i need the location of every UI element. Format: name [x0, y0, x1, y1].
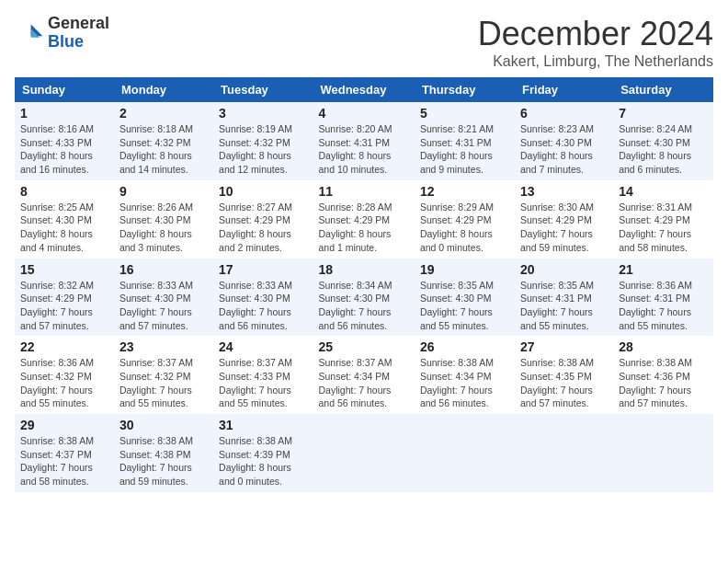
- day-info: Sunrise: 8:35 AMSunset: 4:31 PMDaylight:…: [520, 280, 594, 331]
- day-cell: [613, 414, 713, 492]
- day-cell: 22 Sunrise: 8:36 AMSunset: 4:32 PMDaylig…: [15, 336, 114, 414]
- day-cell: 7 Sunrise: 8:24 AMSunset: 4:30 PMDayligh…: [613, 102, 713, 180]
- day-cell: 30 Sunrise: 8:38 AMSunset: 4:38 PMDaylig…: [114, 414, 213, 492]
- day-number: 20: [520, 262, 608, 277]
- day-number: 12: [420, 184, 509, 199]
- logo-text: General Blue: [48, 15, 109, 52]
- day-number: 3: [219, 106, 307, 121]
- day-cell: 11 Sunrise: 8:28 AMSunset: 4:29 PMDaylig…: [313, 180, 414, 259]
- day-info: Sunrise: 8:35 AMSunset: 4:30 PMDaylight:…: [420, 280, 494, 331]
- day-info: Sunrise: 8:38 AMSunset: 4:37 PMDaylight:…: [20, 435, 94, 487]
- calendar-table: SundayMondayTuesdayWednesdayThursdayFrid…: [15, 77, 713, 492]
- day-cell: [415, 414, 515, 492]
- day-cell: 6 Sunrise: 8:23 AMSunset: 4:30 PMDayligh…: [515, 102, 613, 180]
- day-info: Sunrise: 8:31 AMSunset: 4:29 PMDaylight:…: [619, 201, 692, 253]
- day-info: Sunrise: 8:30 AMSunset: 4:29 PMDaylight:…: [520, 201, 594, 253]
- day-number: 17: [219, 262, 307, 277]
- day-number: 14: [619, 184, 708, 199]
- day-info: Sunrise: 8:36 AMSunset: 4:31 PMDaylight:…: [619, 280, 692, 331]
- day-number: 4: [318, 106, 408, 121]
- day-number: 8: [20, 184, 108, 199]
- day-number: 27: [520, 339, 608, 354]
- day-number: 6: [520, 106, 608, 121]
- header-thursday: Thursday: [415, 77, 515, 102]
- day-info: Sunrise: 8:32 AMSunset: 4:29 PMDaylight:…: [20, 280, 94, 331]
- week-row-3: 15 Sunrise: 8:32 AMSunset: 4:29 PMDaylig…: [15, 259, 713, 337]
- day-cell: 18 Sunrise: 8:34 AMSunset: 4:30 PMDaylig…: [313, 259, 414, 337]
- day-cell: 10 Sunrise: 8:27 AMSunset: 4:29 PMDaylig…: [213, 180, 313, 259]
- logo: General Blue: [15, 15, 109, 52]
- day-number: 7: [619, 106, 708, 121]
- day-info: Sunrise: 8:27 AMSunset: 4:29 PMDaylight:…: [219, 201, 292, 253]
- day-number: 19: [420, 262, 509, 277]
- day-cell: [313, 414, 414, 492]
- day-cell: 16 Sunrise: 8:33 AMSunset: 4:30 PMDaylig…: [114, 259, 213, 337]
- logo-general: General: [48, 15, 109, 33]
- day-info: Sunrise: 8:38 AMSunset: 4:38 PMDaylight:…: [119, 435, 193, 487]
- day-cell: 31 Sunrise: 8:38 AMSunset: 4:39 PMDaylig…: [213, 414, 313, 492]
- day-cell: 4 Sunrise: 8:20 AMSunset: 4:31 PMDayligh…: [313, 102, 414, 180]
- day-info: Sunrise: 8:21 AMSunset: 4:31 PMDaylight:…: [420, 123, 494, 175]
- day-info: Sunrise: 8:26 AMSunset: 4:30 PMDaylight:…: [119, 201, 193, 253]
- day-number: 31: [219, 418, 307, 432]
- day-info: Sunrise: 8:29 AMSunset: 4:29 PMDaylight:…: [420, 201, 494, 253]
- header-sunday: Sunday: [15, 77, 114, 102]
- header-friday: Friday: [515, 77, 613, 102]
- day-cell: 12 Sunrise: 8:29 AMSunset: 4:29 PMDaylig…: [415, 180, 515, 259]
- day-cell: 9 Sunrise: 8:26 AMSunset: 4:30 PMDayligh…: [114, 180, 213, 259]
- header-saturday: Saturday: [613, 77, 713, 102]
- week-row-4: 22 Sunrise: 8:36 AMSunset: 4:32 PMDaylig…: [15, 336, 713, 414]
- day-cell: 15 Sunrise: 8:32 AMSunset: 4:29 PMDaylig…: [15, 259, 114, 337]
- header-row: SundayMondayTuesdayWednesdayThursdayFrid…: [15, 77, 713, 102]
- day-cell: 8 Sunrise: 8:25 AMSunset: 4:30 PMDayligh…: [15, 180, 114, 259]
- day-number: 28: [619, 339, 708, 354]
- header-wednesday: Wednesday: [313, 77, 414, 102]
- day-cell: 23 Sunrise: 8:37 AMSunset: 4:32 PMDaylig…: [114, 336, 213, 414]
- subtitle: Kakert, Limburg, The Netherlands: [478, 53, 713, 70]
- logo-blue: Blue: [48, 33, 109, 52]
- header: General Blue December 2024 Kakert, Limbu…: [15, 15, 713, 70]
- day-number: 25: [318, 339, 408, 354]
- day-number: 22: [20, 339, 108, 354]
- day-info: Sunrise: 8:38 AMSunset: 4:34 PMDaylight:…: [420, 357, 494, 408]
- day-number: 10: [219, 184, 307, 199]
- day-info: Sunrise: 8:25 AMSunset: 4:30 PMDaylight:…: [20, 201, 94, 253]
- day-number: 30: [119, 418, 208, 432]
- day-cell: 25 Sunrise: 8:37 AMSunset: 4:34 PMDaylig…: [313, 336, 414, 414]
- day-info: Sunrise: 8:37 AMSunset: 4:34 PMDaylight:…: [318, 357, 392, 408]
- day-number: 2: [119, 106, 208, 121]
- day-info: Sunrise: 8:36 AMSunset: 4:32 PMDaylight:…: [20, 357, 94, 408]
- day-cell: 20 Sunrise: 8:35 AMSunset: 4:31 PMDaylig…: [515, 259, 613, 337]
- day-info: Sunrise: 8:19 AMSunset: 4:32 PMDaylight:…: [219, 123, 292, 175]
- day-info: Sunrise: 8:23 AMSunset: 4:30 PMDaylight:…: [520, 123, 594, 175]
- day-number: 24: [219, 339, 307, 354]
- day-number: 26: [420, 339, 509, 354]
- day-cell: 19 Sunrise: 8:35 AMSunset: 4:30 PMDaylig…: [415, 259, 515, 337]
- day-info: Sunrise: 8:34 AMSunset: 4:30 PMDaylight:…: [318, 280, 392, 331]
- day-number: 9: [119, 184, 208, 199]
- day-info: Sunrise: 8:38 AMSunset: 4:35 PMDaylight:…: [520, 357, 594, 408]
- day-cell: 2 Sunrise: 8:18 AMSunset: 4:32 PMDayligh…: [114, 102, 213, 180]
- title-area: December 2024 Kakert, Limburg, The Nethe…: [478, 15, 713, 70]
- day-info: Sunrise: 8:33 AMSunset: 4:30 PMDaylight:…: [219, 280, 292, 331]
- day-cell: 3 Sunrise: 8:19 AMSunset: 4:32 PMDayligh…: [213, 102, 313, 180]
- week-row-5: 29 Sunrise: 8:38 AMSunset: 4:37 PMDaylig…: [15, 414, 713, 492]
- day-number: 21: [619, 262, 708, 277]
- day-number: 18: [318, 262, 408, 277]
- day-info: Sunrise: 8:24 AMSunset: 4:30 PMDaylight:…: [619, 123, 692, 175]
- day-info: Sunrise: 8:33 AMSunset: 4:30 PMDaylight:…: [119, 280, 193, 331]
- logo-icon: [15, 18, 44, 48]
- day-info: Sunrise: 8:18 AMSunset: 4:32 PMDaylight:…: [119, 123, 193, 175]
- day-number: 5: [420, 106, 509, 121]
- header-tuesday: Tuesday: [213, 77, 313, 102]
- week-row-2: 8 Sunrise: 8:25 AMSunset: 4:30 PMDayligh…: [15, 180, 713, 259]
- day-number: 16: [119, 262, 208, 277]
- day-cell: [515, 414, 613, 492]
- header-monday: Monday: [114, 77, 213, 102]
- month-title: December 2024: [478, 15, 713, 53]
- day-number: 1: [20, 106, 108, 121]
- day-info: Sunrise: 8:28 AMSunset: 4:29 PMDaylight:…: [318, 201, 392, 253]
- day-info: Sunrise: 8:20 AMSunset: 4:31 PMDaylight:…: [318, 123, 392, 175]
- day-info: Sunrise: 8:37 AMSunset: 4:32 PMDaylight:…: [119, 357, 193, 408]
- day-cell: 27 Sunrise: 8:38 AMSunset: 4:35 PMDaylig…: [515, 336, 613, 414]
